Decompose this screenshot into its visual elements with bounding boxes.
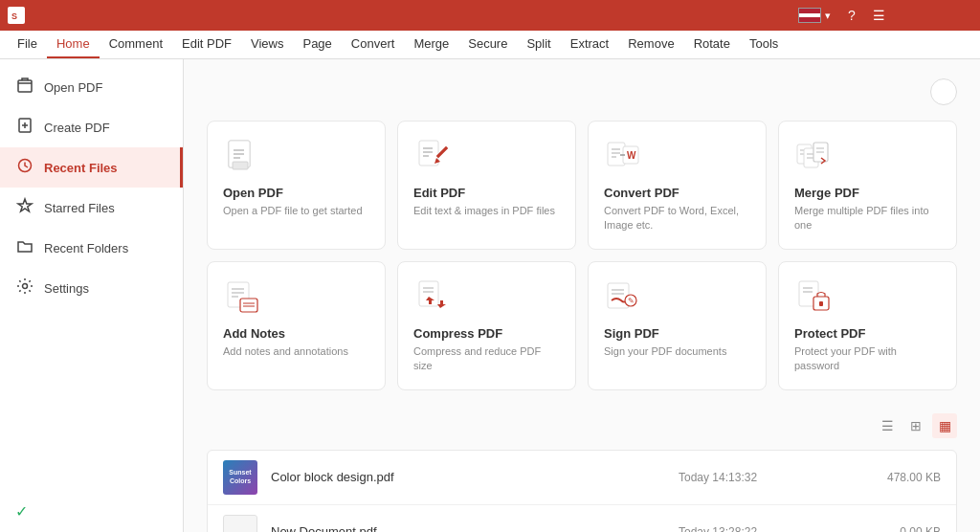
flag-icon xyxy=(798,8,821,23)
tool-desc: Add notes and annotations xyxy=(223,344,369,359)
file-thumbnail: Sunset Colors xyxy=(223,460,257,495)
sidebar-label: Recent Folders xyxy=(44,241,128,255)
maximize-button[interactable] xyxy=(919,5,946,26)
tool-card-merge-pdf[interactable]: Merge PDF Merge multiple PDF files into … xyxy=(778,121,957,250)
flag-area: ▾ xyxy=(798,8,831,23)
menu-item-views[interactable]: Views xyxy=(241,31,293,58)
app-logo: S xyxy=(8,7,25,24)
recommended-section-header xyxy=(207,78,957,105)
svg-rect-50 xyxy=(819,301,823,306)
menu-item-remove[interactable]: Remove xyxy=(618,31,683,58)
menu-item-edit-pdf[interactable]: Edit PDF xyxy=(172,31,241,58)
tool-desc: Merge multiple PDF files into one xyxy=(794,204,941,233)
file-time: Today 14:13:32 xyxy=(679,471,832,484)
add-notes-icon xyxy=(223,277,369,319)
svg-rect-35 xyxy=(240,299,257,312)
menu-item-comment[interactable]: Comment xyxy=(100,31,172,58)
tool-name: Sign PDF xyxy=(604,326,750,341)
menu-button[interactable]: ☰ xyxy=(865,5,892,26)
svg-point-5 xyxy=(23,284,28,289)
registered-icon: ✓ xyxy=(15,502,28,521)
merge-pdf-icon xyxy=(794,137,941,178)
sign-pdf-icon: ✎ xyxy=(604,277,750,319)
menu-item-secure[interactable]: Secure xyxy=(458,31,517,58)
protect-pdf-icon xyxy=(794,277,941,319)
menu-item-convert[interactable]: Convert xyxy=(342,31,405,58)
menu-item-home[interactable]: Home xyxy=(47,31,100,58)
sidebar-label: Settings xyxy=(44,281,89,296)
menu-item-extract[interactable]: Extract xyxy=(561,31,618,58)
sidebar-item-open-pdf[interactable]: Open PDF xyxy=(0,67,183,107)
sidebar: Open PDFCreate PDFRecent FilesStarred Fi… xyxy=(0,59,184,532)
menubar: FileHomeCommentEdit PDFViewsPageConvertM… xyxy=(0,31,980,59)
sidebar-item-settings[interactable]: Settings xyxy=(0,268,183,308)
tool-card-open-pdf[interactable]: Open PDF Open a PDF file to get started xyxy=(207,121,386,250)
star-icon xyxy=(15,197,34,218)
tool-name: Protect PDF xyxy=(794,326,941,341)
registered-status: ✓ xyxy=(0,491,183,532)
sidebar-label: Starred Files xyxy=(44,201,115,215)
tool-desc: Sign your PDF documents xyxy=(604,344,750,359)
menu-item-file[interactable]: File xyxy=(8,31,47,58)
minimize-button[interactable] xyxy=(892,5,919,26)
edit-pdf-icon xyxy=(413,137,560,178)
tool-desc: Convert PDF to Word, Excel, Image etc. xyxy=(604,204,750,233)
sidebar-item-recent-files[interactable]: Recent Files xyxy=(0,147,183,188)
sidebar-item-starred-files[interactable]: Starred Files xyxy=(0,188,183,228)
tool-name: Add Notes xyxy=(223,326,369,341)
sidebar-item-recent-folders[interactable]: Recent Folders xyxy=(0,228,183,268)
folder-icon xyxy=(15,237,34,258)
tool-desc: Protect your PDF with password xyxy=(794,344,941,374)
tool-name: Merge PDF xyxy=(794,186,941,200)
menu-item-tools[interactable]: Tools xyxy=(740,31,788,58)
tool-card-sign-pdf[interactable]: ✎ Sign PDF Sign your PDF documents xyxy=(588,261,767,390)
menu-item-merge[interactable]: Merge xyxy=(404,31,458,58)
open-icon xyxy=(15,77,34,98)
tool-card-convert-pdf[interactable]: W Convert PDF Convert PDF to Word, Excel… xyxy=(588,121,767,250)
file-row[interactable]: Sunset Colors Color block design.pdf Tod… xyxy=(208,451,956,505)
list-view-button[interactable]: ☰ xyxy=(875,413,900,438)
tool-name: Edit PDF xyxy=(413,186,560,200)
tool-desc: Compress and reduce PDF size xyxy=(413,344,560,374)
sidebar-label: Create PDF xyxy=(44,121,110,135)
tool-card-protect-pdf[interactable]: Protect PDF Protect your PDF with passwo… xyxy=(778,261,957,390)
sidebar-item-create-pdf[interactable]: Create PDF xyxy=(0,107,183,147)
more-button[interactable] xyxy=(930,78,957,105)
svg-rect-41 xyxy=(608,283,629,308)
close-button[interactable] xyxy=(946,5,972,26)
file-row[interactable]: New Document.pdf Today 13:28:22 0.00 KB xyxy=(208,505,956,532)
file-thumbnail xyxy=(223,515,257,532)
sidebar-label: Recent Files xyxy=(44,161,118,175)
tool-card-compress-pdf[interactable]: Compress PDF Compress and reduce PDF siz… xyxy=(397,261,576,390)
tool-grid: Open PDF Open a PDF file to get started … xyxy=(207,121,957,390)
menu-item-page[interactable]: Page xyxy=(293,31,341,58)
tool-card-edit-pdf[interactable]: Edit PDF Edit text & images in PDF files xyxy=(397,121,576,250)
file-size: 478.00 KB xyxy=(845,471,941,484)
menu-item-split[interactable]: Split xyxy=(517,31,560,58)
svg-text:S: S xyxy=(11,11,17,21)
file-name: Color block design.pdf xyxy=(271,470,665,484)
file-size: 0.00 KB xyxy=(845,525,941,532)
svg-rect-16 xyxy=(608,143,625,166)
detail-view-button[interactable]: ▦ xyxy=(932,413,957,438)
svg-rect-2 xyxy=(18,80,32,92)
create-icon xyxy=(15,117,34,138)
grid-view-button[interactable]: ⊞ xyxy=(903,413,928,438)
menu-item-rotate[interactable]: Rotate xyxy=(684,31,740,58)
tool-desc: Edit text & images in PDF files xyxy=(413,204,560,218)
file-name: New Document.pdf xyxy=(271,524,665,532)
file-time: Today 13:28:22 xyxy=(679,525,832,532)
svg-text:✎: ✎ xyxy=(628,297,635,305)
flag-dropdown[interactable]: ▾ xyxy=(825,10,831,22)
tool-card-add-notes[interactable]: Add Notes Add notes and annotations xyxy=(207,261,386,390)
tool-name: Compress PDF xyxy=(413,326,560,341)
titlebar: S ▾ ? ☰ xyxy=(0,0,980,31)
help-button[interactable]: ? xyxy=(838,5,865,26)
tool-name: Open PDF xyxy=(223,186,369,200)
convert-pdf-icon: W xyxy=(604,137,750,178)
svg-rect-11 xyxy=(233,162,248,169)
file-list: Sunset Colors Color block design.pdf Tod… xyxy=(207,450,957,532)
content-area: Open PDF Open a PDF file to get started … xyxy=(184,59,980,532)
tool-desc: Open a PDF file to get started xyxy=(223,204,369,218)
open-pdf-icon xyxy=(223,137,369,178)
